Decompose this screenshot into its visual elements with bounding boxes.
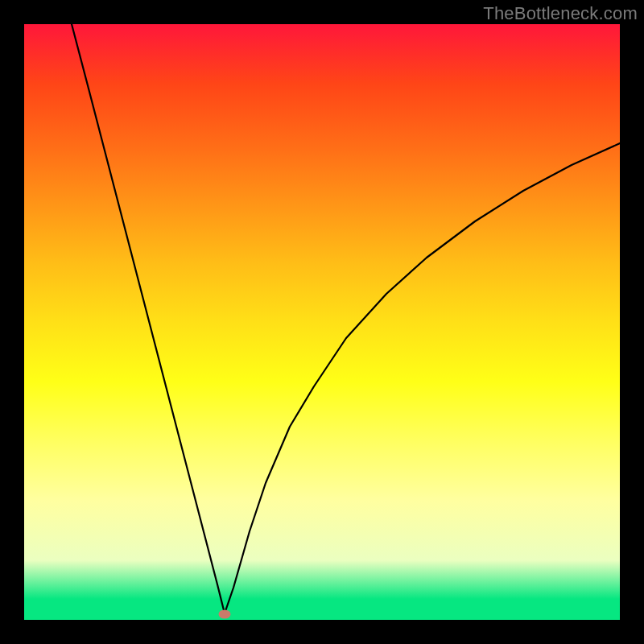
optimum-marker [219,610,231,619]
bottleneck-curve [24,24,620,620]
plot-area [24,24,620,620]
watermark-text: TheBottleneck.com [483,3,638,24]
